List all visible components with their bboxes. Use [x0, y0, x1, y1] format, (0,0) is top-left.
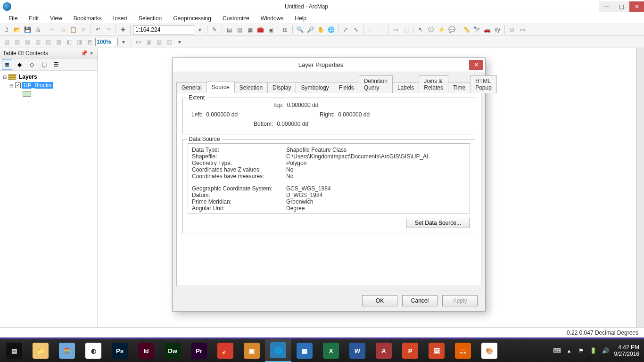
new-icon[interactable]: 🗋: [2, 25, 11, 34]
menu-bookmarks[interactable]: Bookmarks: [69, 14, 107, 23]
taskbar-item-arcmap-active[interactable]: 🌐: [265, 339, 291, 362]
toc-icon[interactable]: ▤: [224, 25, 234, 34]
identify-icon[interactable]: ⓘ: [426, 25, 436, 34]
menu-view[interactable]: View: [45, 14, 67, 23]
minimize-button[interactable]: —: [599, 1, 614, 12]
cancel-button[interactable]: Cancel: [402, 295, 438, 306]
add-data-icon[interactable]: ✚: [118, 25, 128, 34]
taskbar-item-app3[interactable]: ▦: [291, 339, 318, 362]
full-extent-icon[interactable]: 🌐: [326, 25, 336, 34]
tab-source[interactable]: Source: [206, 82, 235, 93]
cut-icon[interactable]: ✂: [48, 25, 57, 34]
menu-customize[interactable]: Customize: [218, 14, 254, 23]
ed6-icon[interactable]: ◧: [64, 37, 74, 47]
tab-symbology[interactable]: Symbology: [296, 82, 334, 93]
catalog-icon[interactable]: ▥: [235, 25, 244, 34]
tray-up-icon[interactable]: ▴: [565, 347, 573, 354]
taskbar-item-word[interactable]: W: [344, 339, 371, 362]
taskbar-item-indesign[interactable]: Id: [133, 339, 159, 362]
list-by-drawing-icon[interactable]: ≣: [2, 59, 12, 70]
dialog-titlebar[interactable]: Layer Properties ✕: [173, 58, 485, 72]
toolbox-icon[interactable]: 🧰: [256, 25, 265, 34]
python-icon[interactable]: ▣: [266, 25, 275, 34]
save-icon[interactable]: 💾: [23, 25, 32, 34]
toc-close-icon[interactable]: ×: [88, 50, 95, 57]
ed9-icon[interactable]: ▣: [144, 37, 153, 47]
keyboard-icon[interactable]: ⌨: [553, 347, 561, 354]
taskbar-item-excel[interactable]: X: [318, 339, 344, 362]
tab-joins-relates[interactable]: Joins & Relates: [419, 75, 448, 93]
taskbar-item-start[interactable]: ▤: [1, 339, 27, 362]
taskbar-item-dreamweaver[interactable]: Dw: [159, 339, 186, 362]
model-icon[interactable]: ⊞: [281, 25, 290, 34]
close-button[interactable]: ✕: [629, 1, 644, 12]
fixed-zoomout-icon[interactable]: ⤡: [351, 25, 361, 34]
taskbar-item-premiere[interactable]: Pr: [186, 339, 212, 362]
search-window-icon[interactable]: ▦: [245, 25, 255, 34]
layout-icon[interactable]: ▭: [133, 37, 143, 47]
zoomout-icon[interactable]: 🔎: [305, 25, 315, 34]
maximize-button[interactable]: ▢: [614, 1, 629, 12]
taskbar-item-ccleaner[interactable]: 🧹: [212, 339, 239, 362]
menu-selection[interactable]: Selection: [134, 14, 166, 23]
taskbar-item-app2[interactable]: ▣: [239, 339, 265, 362]
layer-swatch[interactable]: [23, 91, 31, 97]
fixed-zoomin-icon[interactable]: ⤢: [341, 25, 350, 34]
zoom-dropdown-icon[interactable]: ▾: [119, 37, 128, 47]
ed10-icon[interactable]: ▤: [154, 37, 164, 47]
vertical-scrollbar[interactable]: [636, 48, 644, 329]
ed4-icon[interactable]: ▨: [43, 37, 53, 47]
tab-time[interactable]: Time: [448, 82, 471, 93]
taskbar-item-paint[interactable]: 🎨: [476, 339, 503, 362]
print-icon[interactable]: 🖨: [33, 25, 42, 34]
scale-input[interactable]: [133, 25, 194, 34]
menu-edit[interactable]: Edit: [24, 14, 43, 23]
menu-file[interactable]: File: [4, 14, 22, 23]
list-by-source-icon[interactable]: ◆: [14, 59, 25, 70]
menu-windows[interactable]: Windows: [256, 14, 289, 23]
find-icon[interactable]: 🔭: [472, 25, 481, 34]
select-features-icon[interactable]: ▭: [391, 25, 400, 34]
select-elements-icon[interactable]: ↖: [416, 25, 425, 34]
taskbar-item-chrome[interactable]: ◐: [80, 339, 107, 362]
clear-selection-icon[interactable]: ▢: [401, 25, 411, 34]
list-by-visibility-icon[interactable]: ◇: [26, 59, 37, 70]
goto-xy-icon[interactable]: xy: [493, 25, 502, 34]
menu-geoprocessing[interactable]: Geoprocessing: [168, 14, 216, 23]
find-route-icon[interactable]: 🚗: [482, 25, 492, 34]
data-source-box[interactable]: Data Type: Shapefile Feature Class Shape…: [188, 143, 470, 214]
battery-icon[interactable]: 🔋: [590, 347, 597, 354]
scale-dropdown-icon[interactable]: ▾: [195, 25, 205, 34]
list-by-selection-icon[interactable]: ▢: [39, 59, 49, 70]
tab-definition-query[interactable]: Definition Query: [359, 75, 393, 93]
zoomin-icon[interactable]: 🔍: [295, 25, 305, 34]
pan-icon[interactable]: ✋: [316, 25, 325, 34]
layer-label[interactable]: UP_Blocks: [22, 82, 53, 89]
menu-insert[interactable]: Insert: [108, 14, 132, 23]
next-extent-icon[interactable]: →: [376, 25, 386, 34]
taskbar-item-picman[interactable]: 🖼: [423, 339, 450, 362]
taskbar-item-photoshop[interactable]: Ps: [107, 339, 133, 362]
tab-fields[interactable]: Fields: [334, 82, 359, 93]
ed5-icon[interactable]: ▩: [54, 37, 63, 47]
ed3-icon[interactable]: ▧: [33, 37, 42, 47]
taskbar-item-explorer[interactable]: 📁: [27, 339, 54, 362]
ed8-icon[interactable]: ◩: [85, 37, 94, 47]
taskbar-item-firefox[interactable]: 🦊: [450, 339, 476, 362]
ok-button[interactable]: OK: [362, 295, 397, 306]
ed11-icon[interactable]: ▥: [165, 37, 174, 47]
tab-labels[interactable]: Labels: [392, 82, 419, 93]
editor-icon[interactable]: ▤: [2, 37, 11, 47]
flag-icon[interactable]: ⚑: [578, 347, 585, 354]
viewer-icon[interactable]: ▭: [518, 25, 527, 34]
editor-toolbar-icon[interactable]: ✎: [210, 25, 219, 34]
measure-icon[interactable]: 📏: [462, 25, 471, 34]
redo-icon[interactable]: ↷: [104, 25, 113, 34]
layers-root[interactable]: ⊟ Layers: [2, 73, 96, 81]
layer-checkbox[interactable]: ✓: [15, 82, 21, 88]
ed12-icon[interactable]: ▾: [175, 37, 184, 47]
ed7-icon[interactable]: ◨: [74, 37, 84, 47]
zoom-input[interactable]: [95, 38, 118, 46]
set-data-source-button[interactable]: Set Data Source...: [406, 218, 470, 228]
tab-html-popup[interactable]: HTML Popup: [470, 75, 497, 93]
